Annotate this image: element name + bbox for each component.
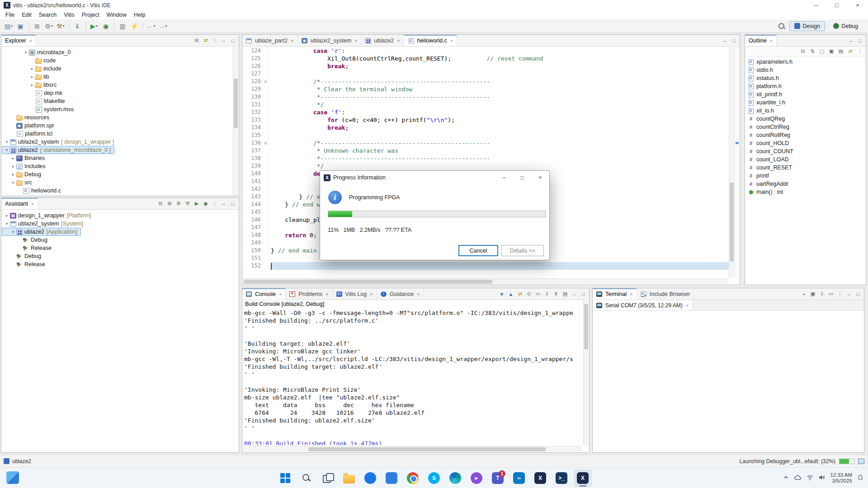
outline-item-xparameters-h[interactable]: xparameters.h	[745, 58, 866, 66]
outline-item-main-int[interactable]: main() : int	[745, 188, 866, 196]
taskbar-vitis-button[interactable]: X	[531, 469, 549, 487]
profile-icon[interactable]: ▥	[117, 21, 128, 32]
chevron-down-icon[interactable]: ▾	[4, 148, 10, 152]
menu-file[interactable]: File	[2, 11, 18, 19]
minimize-icon[interactable]: –	[845, 290, 853, 298]
code-line-135[interactable]: 135	[243, 131, 729, 139]
explorer-tab-explorer[interactable]: Explorer×	[1, 35, 36, 46]
wand-icon[interactable]: ⚡	[129, 21, 140, 32]
serial-com7-tab[interactable]: Serial COM7 (3/5/25, 12:29 AM) ×	[593, 300, 693, 310]
dialog-titlebar[interactable]: X Progress Information –□×	[320, 171, 549, 184]
hide-non-public-icon[interactable]: ▤	[837, 47, 845, 56]
debug-perspective-button[interactable]: Debug	[829, 22, 863, 31]
cancel-button[interactable]: Cancel	[458, 245, 498, 256]
explorer-item-dep-mk[interactable]: dep.mk	[2, 89, 66, 97]
console-tab-vitis-log[interactable]: Vitis Log×	[333, 288, 377, 300]
close-icon[interactable]: ×	[630, 291, 632, 297]
console-tab-guidance[interactable]: Guidance×	[377, 288, 424, 300]
sort-alphabetically-icon[interactable]: ⇅	[808, 47, 816, 56]
maximize-icon[interactable]: □	[730, 37, 738, 45]
console-tab-problems[interactable]: Problems×	[286, 288, 332, 300]
hide-static-members-icon[interactable]: ▣	[827, 47, 835, 56]
editor-tab-ublaze-part2[interactable]: ublaze_part2×	[242, 35, 298, 46]
maximize-button[interactable]: □	[826, 0, 847, 10]
build-icon[interactable]: ⚒▾	[55, 21, 66, 32]
build-icon[interactable]: ⚒	[184, 200, 192, 208]
taskbar-teams-button[interactable]: T1	[489, 469, 507, 487]
menu-vitis[interactable]: Vitis	[60, 11, 78, 19]
minimize-button[interactable]: –	[806, 0, 826, 10]
taskbar-widgets-button[interactable]	[6, 471, 19, 484]
code-line-134[interactable]: 134 break;	[243, 124, 729, 131]
taskbar-store-button[interactable]	[382, 469, 401, 487]
pin-console-icon[interactable]: ⊙	[525, 290, 533, 298]
view-menu-icon[interactable]: ⋮	[836, 290, 844, 298]
code-line-127[interactable]: 127	[243, 70, 729, 78]
taskbar-skype-button[interactable]: S	[425, 469, 443, 487]
new-terminal-icon[interactable]: +	[800, 290, 808, 298]
forward-icon[interactable]: →▾	[157, 21, 168, 32]
close-icon[interactable]: ×	[354, 38, 357, 43]
editor-tab-ublaze2[interactable]: ublaze2×	[361, 35, 404, 46]
notification-bell-icon[interactable]	[857, 474, 863, 482]
assistant-item-ublaze2[interactable]: ▾ublaze2[Application]	[2, 228, 81, 236]
close-icon[interactable]: ×	[370, 291, 373, 297]
view-menu-icon[interactable]: ⋮	[211, 200, 219, 208]
back-icon[interactable]: ←▾	[146, 21, 156, 32]
explorer-item-system-mss[interactable]: system.mss	[2, 105, 77, 113]
chevron-down-icon[interactable]: ▾	[23, 50, 29, 55]
code-line-139[interactable]: 139 */	[243, 162, 729, 170]
progress-view-icon[interactable]	[858, 459, 864, 464]
outline-item-countrollreg[interactable]: #countRollReg	[745, 131, 866, 139]
close-icon[interactable]: ×	[291, 38, 293, 43]
volume-icon[interactable]	[818, 474, 825, 482]
expand-all-icon[interactable]: ⊞	[165, 200, 174, 208]
editor-horizontal-scrollbar[interactable]	[243, 278, 729, 284]
chevron-right-icon[interactable]: ▸	[10, 156, 16, 160]
chevron-right-icon[interactable]: ▸	[29, 66, 35, 71]
debug-icon[interactable]: ◉	[100, 21, 111, 32]
code-line-129[interactable]: 129 * Clear the terminal window	[243, 85, 729, 93]
taskbar-task-view-button[interactable]	[319, 469, 337, 487]
taskbar-vitis-ide-button[interactable]: X	[574, 469, 592, 487]
hide-fields-icon[interactable]: ▢	[818, 47, 826, 56]
code-line-125[interactable]: 125 Xil_Out8(countCtrlReg,count_RESET); …	[243, 55, 729, 62]
clear-console-icon[interactable]: ▭	[534, 290, 542, 298]
close-icon[interactable]: ×	[770, 38, 773, 43]
minimize-icon[interactable]: –	[220, 200, 228, 208]
outline-tab-outline[interactable]: Outline×	[745, 35, 777, 46]
outline-item-xil-io-h[interactable]: xil_io.h	[745, 107, 866, 115]
outline-item-countqreg[interactable]: #countQReg	[745, 115, 866, 123]
maximize-icon[interactable]: □	[229, 200, 237, 208]
view-menu-icon[interactable]: ⋮	[211, 37, 219, 45]
hidden-icons-chevron[interactable]	[783, 474, 789, 482]
next-item-icon[interactable]: ▼	[498, 290, 506, 298]
outline-item-countctrlreg[interactable]: #countCtrlReg	[745, 123, 866, 131]
network-icon[interactable]	[807, 474, 813, 482]
explorer-item-include[interactable]: ▸include	[2, 65, 65, 73]
collapse-all-icon[interactable]: ⊟	[799, 47, 807, 56]
outline-item-platform-h[interactable]: platform.h	[745, 82, 866, 90]
taskbar-clock[interactable]: 12:33 AM 3/5/2025	[830, 472, 852, 484]
connect-terminal-icon[interactable]: ▣	[809, 290, 817, 298]
minimize-icon[interactable]: –	[570, 290, 578, 298]
explorer-item-lib[interactable]: ▸lib	[2, 73, 53, 81]
console-output[interactable]: mb-gcc -Wall -O0 -g3 -c -fmessage-length…	[244, 310, 582, 445]
assistant-item-debug[interactable]: Debug	[2, 252, 45, 260]
outline-item-xuartlite-l-h[interactable]: xuartlite_l.h	[745, 99, 866, 107]
assistant-item-release[interactable]: Release	[2, 260, 49, 268]
maximize-icon[interactable]: □	[854, 290, 862, 298]
menu-window[interactable]: Window	[103, 11, 130, 19]
minimize-icon[interactable]: –	[847, 37, 855, 45]
outline-item-printf[interactable]: #printf	[745, 172, 866, 180]
debug-icon[interactable]: ◉	[202, 200, 210, 208]
explorer-item-platform-tcl[interactable]: platform.tcl	[2, 130, 56, 138]
code-line-126[interactable]: 126 break;	[243, 62, 729, 70]
clear-terminal-icon[interactable]: ▭	[827, 290, 835, 298]
chevron-right-icon[interactable]: ▸	[10, 164, 16, 169]
explorer-item-code[interactable]: code	[2, 56, 59, 65]
editor-tab-ublaze2-system[interactable]: ublaze2_system×	[298, 35, 362, 46]
taskbar-clipchamp-button[interactable]: ▸	[467, 469, 486, 487]
explorer-item-platform-spr[interactable]: platform.spr	[2, 122, 58, 130]
menu-edit[interactable]: Edit	[18, 11, 35, 19]
